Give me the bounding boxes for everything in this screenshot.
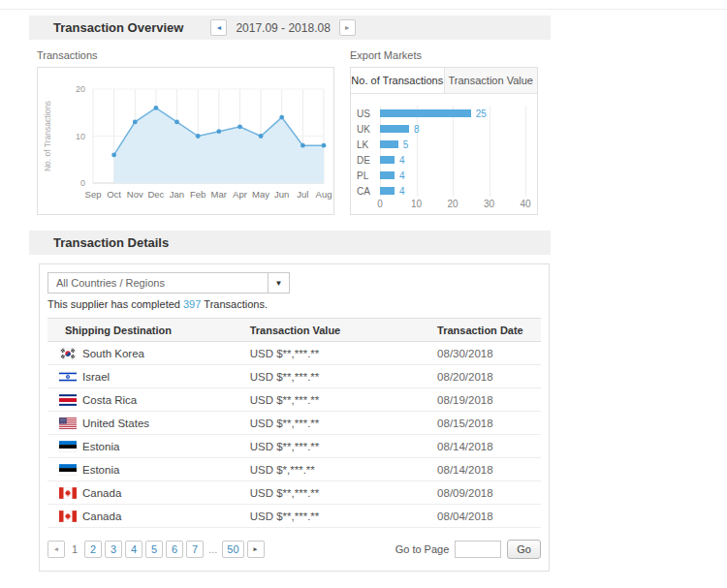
transaction-date-cell: 08/20/2018 [437, 365, 541, 388]
transactions-area-chart: 01020SepOctNovDecJanFebMarAprMayJunJulAu… [39, 69, 332, 213]
date-range-label: 2017.09 - 2018.08 [236, 21, 330, 35]
goto-page-input[interactable] [455, 541, 501, 558]
export-markets-label: Export Markets [350, 49, 538, 61]
transaction-row: CanadaUSD $**,***.**08/09/2018 [47, 481, 541, 505]
pagination-page-50[interactable]: 50 [222, 541, 243, 558]
transaction-date-cell: 08/14/2018 [437, 458, 541, 481]
country-filter-select[interactable]: All Countries / Regions ▼ [47, 272, 290, 294]
bar[interactable] [380, 187, 395, 195]
bar-axis: 010203040 [351, 199, 537, 212]
tab-transaction-value[interactable]: Transaction Value [444, 68, 538, 93]
export-markets-block: Export Markets No. of Transactions Trans… [350, 49, 538, 215]
details-title: Transaction Details [53, 235, 169, 250]
transaction-row: South KoreaUSD $**,***.**08/30/2018 [47, 342, 541, 365]
shipping-destination-cell: Israel [47, 365, 250, 388]
bar-value-label: 4 [399, 170, 405, 181]
transaction-row: EstoniaUSD $**,***.**08/14/2018 [47, 435, 541, 458]
bar-category-label: LK [357, 139, 380, 150]
bar[interactable] [380, 125, 409, 133]
flag-united-states-icon [59, 418, 77, 429]
axis-tick-label: 40 [520, 199, 530, 209]
transaction-date-cell: 08/04/2018 [437, 505, 541, 528]
flag-canada-icon [59, 511, 77, 522]
country-name: Costa Rica [82, 394, 137, 406]
bar-row-de: DE4 [357, 152, 531, 168]
bar-category-label: CA [357, 186, 380, 197]
pagination-page-7[interactable]: 7 [186, 541, 204, 558]
pagination: ◄1234567...50► [47, 541, 265, 558]
export-markets-tabs: No. of Transactions Transaction Value [351, 68, 537, 94]
transaction-value-cell: USD $**,***.** [250, 505, 437, 528]
go-button[interactable]: Go [507, 540, 541, 559]
bar[interactable] [380, 171, 395, 179]
transaction-row: IsraelUSD $**,***.**08/20/2018 [47, 365, 541, 388]
export-markets-panel: No. of Transactions Transaction Value US… [350, 67, 538, 215]
goto-page: Go to Page Go [395, 540, 541, 559]
date-range-pager: ◄ 2017.09 - 2018.08 ► [210, 19, 355, 36]
svg-text:Feb: Feb [190, 189, 205, 200]
pagination-prev-button[interactable]: ◄ [47, 541, 65, 558]
transaction-date-cell: 08/14/2018 [437, 435, 541, 458]
bar-category-label: US [357, 108, 380, 119]
flag-israel-icon [59, 371, 77, 383]
summary-count: 397 [183, 298, 201, 310]
svg-text:Apr: Apr [233, 189, 247, 200]
transactions-table: Shipping Destination Transaction Value T… [47, 318, 541, 528]
svg-text:0: 0 [80, 178, 85, 188]
bar-category-label: DE [357, 155, 380, 166]
summary-prefix: This supplier has completed [47, 298, 180, 310]
pagination-page-4[interactable]: 4 [125, 541, 142, 558]
svg-text:Aug: Aug [316, 189, 332, 200]
axis-tick-label: 30 [484, 199, 494, 209]
date-next-button[interactable]: ► [339, 19, 356, 36]
axis-tick-label: 0 [377, 199, 383, 209]
export-markets-bar-chart: US25UK8LK5DE4PL4CA4010203040 [351, 94, 537, 214]
country-name: Canada [82, 487, 121, 499]
transaction-row: United StatesUSD $**,***.**08/15/2018 [47, 412, 541, 435]
svg-text:20: 20 [76, 84, 85, 94]
pagination-page-3[interactable]: 3 [105, 541, 122, 558]
svg-text:Oct: Oct [107, 189, 121, 200]
details-header-bar: Transaction Details [29, 231, 551, 255]
svg-text:Jun: Jun [274, 189, 289, 200]
pagination-page-2[interactable]: 2 [84, 541, 102, 558]
col-transaction-value: Transaction Value [250, 319, 437, 342]
flag-canada-icon [59, 487, 77, 499]
transaction-value-cell: USD $**,***.** [250, 342, 437, 365]
bar-value-label: 4 [399, 186, 405, 197]
bar[interactable] [380, 109, 471, 117]
transaction-date-cell: 08/30/2018 [437, 342, 541, 365]
pagination-page-5[interactable]: 5 [145, 541, 163, 558]
bar-value-label: 5 [403, 139, 409, 150]
country-name: Estonia [82, 441, 119, 452]
transaction-value-cell: USD $**,***.** [250, 412, 437, 435]
overview-header-bar: Transaction Overview ◄ 2017.09 - 2018.08… [29, 15, 551, 40]
chevron-left-icon: ◄ [53, 546, 59, 553]
axis-tick-label: 10 [411, 199, 422, 209]
svg-text:Dec: Dec [147, 189, 164, 200]
transaction-date-cell: 08/15/2018 [437, 412, 541, 435]
tab-no-of-transactions[interactable]: No. of Transactions [351, 68, 444, 93]
bar-row-lk: LK5 [357, 137, 531, 152]
flag-south-korea-icon [59, 348, 77, 359]
date-prev-button[interactable]: ◄ [210, 19, 227, 36]
transaction-value-cell: USD $**,***.** [250, 481, 437, 505]
transaction-row: CanadaUSD $**,***.**08/04/2018 [47, 505, 541, 528]
top-divider [0, 9, 727, 10]
shipping-destination-cell: Estonia [47, 458, 250, 481]
svg-text:May: May [252, 189, 269, 200]
pagination-next-button[interactable]: ► [247, 541, 265, 558]
shipping-destination-cell: Canada [47, 505, 250, 528]
pagination-current-page: 1 [68, 543, 81, 555]
transaction-value-cell: USD $*,***.** [250, 458, 437, 481]
overview-title: Transaction Overview [53, 20, 183, 35]
bar[interactable] [380, 140, 398, 148]
pagination-page-6[interactable]: 6 [166, 541, 183, 558]
bar[interactable] [380, 156, 395, 164]
transactions-chart-label: Transactions [37, 49, 334, 61]
bar-row-ca: CA4 [357, 183, 531, 199]
transaction-row: EstoniaUSD $*,***.**08/14/2018 [47, 458, 541, 481]
country-name: Israel [82, 371, 110, 383]
country-filter-value: All Countries / Regions [48, 277, 268, 289]
bar-row-us: US25 [357, 106, 531, 121]
